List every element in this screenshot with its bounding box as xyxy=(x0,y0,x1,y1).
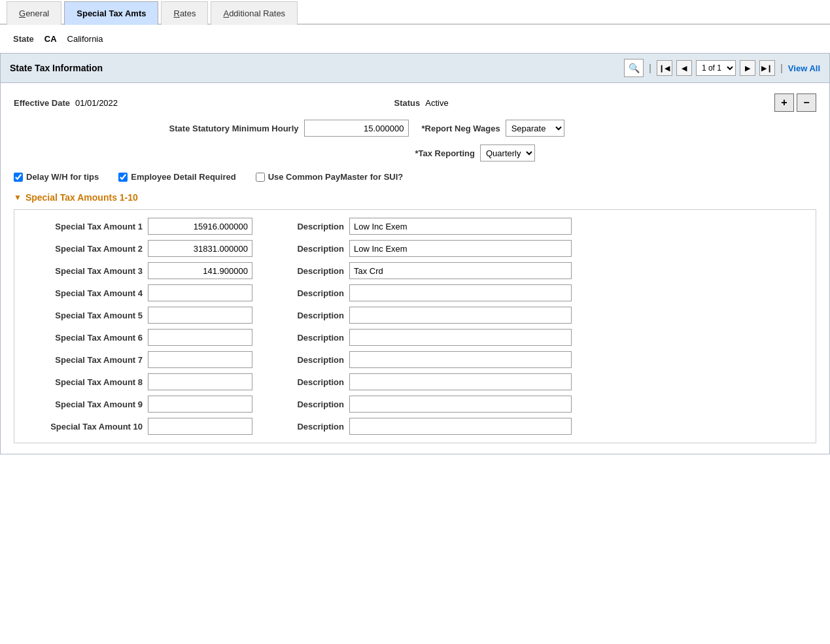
special-tax-label-10: Special Tax Amount 10 xyxy=(25,422,143,432)
special-tax-label-2: Special Tax Amount 2 xyxy=(25,244,143,254)
tab-additional-rates-label: Additional Rates xyxy=(223,8,285,18)
tab-special-tax-amts-label: Special Tax Amts xyxy=(77,8,146,18)
tab-general-label: General xyxy=(19,8,49,18)
state-statutory-label: State Statutory Minimum Hourly xyxy=(169,124,299,133)
special-tax-label-8: Special Tax Amount 8 xyxy=(25,377,143,387)
tax-reporting-label: *Tax Reporting xyxy=(415,148,476,158)
desc-input-4[interactable] xyxy=(349,284,572,301)
special-tax-row-3: Special Tax Amount 3 Description xyxy=(25,262,805,279)
special-tax-label-6: Special Tax Amount 6 xyxy=(25,333,143,343)
nav-sep-2: | xyxy=(780,63,783,73)
tab-general[interactable]: General xyxy=(7,1,61,25)
special-tax-row-2: Special Tax Amount 2 Description xyxy=(25,240,805,257)
desc-label-6: Description xyxy=(279,333,344,343)
special-tax-row-4: Special Tax Amount 4 Description xyxy=(25,284,805,301)
tab-additional-rates[interactable]: Additional Rates xyxy=(211,1,298,25)
desc-input-3[interactable] xyxy=(349,262,572,279)
special-tax-row-5: Special Tax Amount 5 Description xyxy=(25,307,805,324)
desc-label-9: Description xyxy=(279,399,344,409)
desc-input-10[interactable] xyxy=(349,418,572,435)
special-tax-title: Special Tax Amounts 1-10 xyxy=(26,192,138,203)
delay-wh-label: Delay W/H for tips xyxy=(26,172,99,182)
nav-last-button[interactable]: ▶❙ xyxy=(759,60,775,76)
checkboxes-row: Delay W/H for tips Employee Detail Requi… xyxy=(14,169,816,182)
effective-date-label: Effective Date xyxy=(14,98,70,108)
special-tax-input-6[interactable] xyxy=(148,329,252,346)
nav-sep-1: | xyxy=(649,63,651,73)
state-code: CA xyxy=(44,34,57,44)
special-tax-row-10: Special Tax Amount 10 Description xyxy=(25,418,805,435)
special-tax-input-4[interactable] xyxy=(148,284,252,301)
desc-input-9[interactable] xyxy=(349,396,572,413)
employee-detail-checkbox-item[interactable]: Employee Detail Required xyxy=(118,172,235,182)
special-tax-input-7[interactable] xyxy=(148,351,252,368)
special-tax-label-3: Special Tax Amount 3 xyxy=(25,266,143,276)
desc-input-8[interactable] xyxy=(349,373,572,390)
special-tax-row-7: Special Tax Amount 7 Description xyxy=(25,351,805,368)
special-tax-label-4: Special Tax Amount 4 xyxy=(25,288,143,298)
effective-date-value: 01/01/2022 xyxy=(75,98,118,108)
tab-special-tax-amts[interactable]: Special Tax Amts xyxy=(64,1,158,25)
report-neg-wages-label: *Report Neg Wages xyxy=(422,124,500,133)
state-label: State xyxy=(13,34,34,44)
special-tax-label-1: Special Tax Amount 1 xyxy=(25,222,143,231)
special-tax-input-8[interactable] xyxy=(148,373,252,390)
desc-input-1[interactable] xyxy=(349,218,572,235)
page-selector[interactable]: 1 of 1 xyxy=(696,60,736,76)
employee-detail-label: Employee Detail Required xyxy=(131,172,235,182)
special-tax-input-1[interactable] xyxy=(148,218,252,235)
special-tax-input-5[interactable] xyxy=(148,307,252,324)
add-record-button[interactable]: + xyxy=(774,93,794,112)
desc-label-7: Description xyxy=(279,355,344,365)
desc-input-6[interactable] xyxy=(349,329,572,346)
desc-input-7[interactable] xyxy=(349,351,572,368)
employee-detail-checkbox[interactable] xyxy=(118,173,128,182)
use-common-paymaster-label: Use Common PayMaster for SUI? xyxy=(268,172,404,182)
nav-first-button[interactable]: ❙◀ xyxy=(657,60,672,76)
desc-label-1: Description xyxy=(279,222,344,231)
special-tax-input-10[interactable] xyxy=(148,418,252,435)
delay-wh-checkbox[interactable] xyxy=(14,173,23,182)
special-tax-input-2[interactable] xyxy=(148,240,252,257)
special-tax-table: Special Tax Amount 1 Description Special… xyxy=(14,209,816,443)
tax-reporting-select[interactable]: Quarterly Monthly Annual xyxy=(480,144,535,161)
special-tax-section-header: ▼ Special Tax Amounts 1-10 xyxy=(14,192,816,203)
section-header: State Tax Information 🔍 | ❙◀ ◀ 1 of 1 ▶ … xyxy=(0,53,830,83)
desc-label-10: Description xyxy=(279,422,344,432)
desc-input-2[interactable] xyxy=(349,240,572,257)
delete-record-button[interactable]: − xyxy=(797,93,816,112)
status-label: Status xyxy=(394,98,421,108)
tab-rates[interactable]: Rates xyxy=(161,1,208,25)
special-tax-row-9: Special Tax Amount 9 Description xyxy=(25,396,805,413)
content-area: Effective Date 01/01/2022 Status Active … xyxy=(0,83,830,454)
special-tax-input-3[interactable] xyxy=(148,262,252,279)
desc-label-3: Description xyxy=(279,266,344,276)
action-buttons: + − xyxy=(774,93,816,112)
nav-next-button[interactable]: ▶ xyxy=(740,60,755,76)
report-neg-wages-select[interactable]: Separate Combined xyxy=(506,120,564,137)
nav-prev-button[interactable]: ◀ xyxy=(676,60,692,76)
state-statutory-input[interactable] xyxy=(304,120,409,137)
special-tax-row-1: Special Tax Amount 1 Description xyxy=(25,218,805,235)
header-controls: 🔍 | ❙◀ ◀ 1 of 1 ▶ ▶❙ | View All xyxy=(624,59,820,77)
special-tax-input-9[interactable] xyxy=(148,396,252,413)
desc-label-5: Description xyxy=(279,311,344,320)
desc-label-4: Description xyxy=(279,288,344,298)
tab-rates-label: Rates xyxy=(173,8,196,18)
special-tax-label-9: Special Tax Amount 9 xyxy=(25,399,143,409)
state-info-row: State CA California xyxy=(0,25,830,53)
special-tax-row-8: Special Tax Amount 8 Description xyxy=(25,373,805,390)
state-name: California xyxy=(67,34,103,44)
desc-label-8: Description xyxy=(279,377,344,387)
delay-wh-checkbox-item[interactable]: Delay W/H for tips xyxy=(14,172,99,182)
tab-bar: General Special Tax Amts Rates Additiona… xyxy=(0,0,830,25)
use-common-paymaster-checkbox[interactable] xyxy=(256,173,265,182)
special-tax-label-5: Special Tax Amount 5 xyxy=(25,311,143,320)
collapse-triangle[interactable]: ▼ xyxy=(14,193,22,202)
desc-input-5[interactable] xyxy=(349,307,572,324)
search-button[interactable]: 🔍 xyxy=(624,59,644,77)
use-common-paymaster-checkbox-item[interactable]: Use Common PayMaster for SUI? xyxy=(256,172,404,182)
section-title: State Tax Information xyxy=(10,63,103,73)
view-all-link[interactable]: View All xyxy=(788,63,820,73)
desc-label-2: Description xyxy=(279,244,344,254)
